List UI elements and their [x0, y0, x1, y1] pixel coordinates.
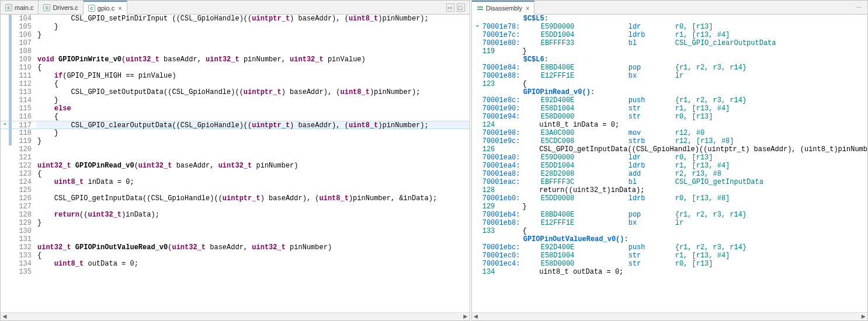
- toolbar-button[interactable]: ⋯: [855, 4, 863, 12]
- disasm-line[interactable]: 70001e98:E3A0C000movr12, #0: [472, 129, 867, 137]
- scroll-right-icon[interactable]: ►: [461, 313, 470, 320]
- close-icon[interactable]: ×: [118, 5, 121, 12]
- code-line[interactable]: 111 if(GPIO_PIN_HIGH == pinValue): [1, 72, 470, 80]
- code-line[interactable]: 113 CSL_GPIO_setOutputData((CSL_GpioHand…: [1, 88, 470, 96]
- code-line[interactable]: 118 }: [1, 129, 470, 137]
- code-line[interactable]: 122uint32_t GPIOPinRead_v0(uint32_t base…: [1, 162, 470, 170]
- line-number: 108: [12, 47, 36, 55]
- code-line[interactable]: 107: [1, 39, 470, 47]
- disasm-line[interactable]: 70001eb0:E5DD0008ldrbr0, [r13, #8]: [472, 194, 867, 203]
- disasm-line[interactable]: 119 }: [472, 47, 867, 55]
- disasm-line[interactable]: 70001ea4:E5DD1004ldrbr1, [r13, #4]: [472, 162, 867, 170]
- disasm-line[interactable]: 70001e80:EBFFFF33blCSL_GPIO_clearOutputD…: [472, 39, 867, 47]
- code-line[interactable]: 133{: [1, 252, 470, 260]
- code-line[interactable]: 128 return((uint32_t)inData);: [1, 211, 470, 219]
- code-line[interactable]: 106}: [1, 31, 470, 39]
- disasm-line[interactable]: 70001eac:EBFFFF3CblCSL_GPIO_getInputData: [472, 178, 867, 186]
- code-line[interactable]: 104 CSL_GPIO_setPinDirInput ((CSL_GpioHa…: [1, 15, 470, 23]
- disasm-line[interactable]: ➔70001e78:E59D0000ldrr0, [r13]: [472, 23, 867, 31]
- code-line[interactable]: 123{: [1, 170, 470, 178]
- disasm-line[interactable]: 70001ec0:E58D1004strr1, [r13, #4]: [472, 252, 867, 260]
- code-line[interactable]: 131: [1, 235, 470, 243]
- disassembly-view[interactable]: $C$L5:➔70001e78:E59D0000ldrr0, [r13]7000…: [472, 15, 867, 312]
- code-content: uint32_t GPIOPinOutValueRead_v0(uint32_t…: [36, 243, 470, 252]
- disasm-line[interactable]: 124 uint8_t inData = 0;: [472, 121, 867, 129]
- close-icon[interactable]: ×: [526, 5, 529, 12]
- code-line[interactable]: 127: [1, 203, 470, 211]
- disasm-line[interactable]: GPIOPinRead_v0():: [472, 88, 867, 96]
- marker-column: [1, 23, 9, 31]
- scroll-left-icon[interactable]: ◄: [472, 313, 480, 320]
- code-line[interactable]: 134 uint8_t outData = 0;: [1, 260, 470, 268]
- disasm-line[interactable]: 70001e84:E8BD400Epop{r1, r2, r3, r14}: [472, 64, 867, 72]
- disasm-line[interactable]: 70001e88:E12FFF1Ebxlr: [472, 72, 867, 80]
- disasm-line[interactable]: 70001ebc:E92D400Epush{r1, r2, r3, r14}: [472, 243, 867, 252]
- code-line[interactable]: 116 {: [1, 113, 470, 121]
- code-line[interactable]: 121: [1, 153, 470, 162]
- code-line[interactable]: 119}: [1, 137, 470, 145]
- code-content: [36, 47, 470, 55]
- disasm-line[interactable]: 70001e8c:E92D400Epush{r1, r2, r3, r14}: [472, 96, 867, 104]
- code-line[interactable]: 132uint32_t GPIOPinOutValueRead_v0(uint3…: [1, 243, 470, 252]
- disasm-line[interactable]: 70001ea8:E28D2008addr2, r13, #8: [472, 170, 867, 178]
- code-line[interactable]: 124 uint8_t inData = 0;: [1, 178, 470, 186]
- code-line[interactable]: 114 }: [1, 96, 470, 104]
- disasm-line[interactable]: 129 }: [472, 203, 867, 211]
- horizontal-scrollbar[interactable]: ◄ ►: [472, 312, 867, 320]
- code-line[interactable]: ➔117 CSL_GPIO_clearOutputData((CSL_GpioH…: [1, 121, 470, 129]
- marker-column: [472, 145, 482, 153]
- disasm-line[interactable]: 123 {: [472, 80, 867, 88]
- disasm-line[interactable]: 126 CSL_GPIO_getInputData((CSL_GpioHandl…: [472, 145, 867, 153]
- disasm-line[interactable]: 70001e94:E58D0000strr0, [r13]: [472, 113, 867, 121]
- code-line[interactable]: 112 {: [1, 80, 470, 88]
- line-number: 109: [12, 55, 36, 64]
- tab-Drivers-c[interactable]: cDrivers.c: [39, 1, 83, 14]
- code-line[interactable]: 125: [1, 186, 470, 194]
- editor-pane-controls: ▭ ▢: [446, 4, 470, 12]
- scroll-left-icon[interactable]: ◄: [1, 313, 9, 320]
- disasm-line[interactable]: 128 return((uint32_t)inData);: [472, 186, 867, 194]
- minimize-button[interactable]: ▭: [446, 4, 454, 12]
- asm-bytes: E5DD1004: [541, 31, 588, 39]
- tab-gpio-c[interactable]: cgpio.c×: [84, 1, 127, 15]
- disasm-line[interactable]: 70001ec4:E58D0000strr0, [r13]: [472, 260, 867, 268]
- asm-label: $C$L6:: [523, 55, 867, 64]
- tab-main-c[interactable]: cmain.c: [1, 1, 39, 14]
- code-line[interactable]: 135: [1, 268, 470, 276]
- disasm-line[interactable]: 70001ea0:E59D0000ldrr0, [r13]: [472, 153, 867, 162]
- code-line[interactable]: 129}: [1, 219, 470, 227]
- source-line: {: [506, 227, 867, 235]
- disasm-line[interactable]: 70001eb4:E8BD400Epop{r1, r2, r3, r14}: [472, 211, 867, 219]
- code-line[interactable]: 120: [1, 145, 470, 153]
- source-line-number: 128: [482, 186, 506, 194]
- code-line[interactable]: 115 else: [1, 104, 470, 113]
- line-number: 124: [12, 178, 36, 186]
- disasm-line[interactable]: $C$L6:: [472, 55, 867, 64]
- disasm-line[interactable]: 134 uint8_t outData = 0;: [472, 268, 867, 276]
- disasm-line[interactable]: 133 {: [472, 227, 867, 235]
- code-line[interactable]: 126 CSL_GPIO_getInputData((CSL_GpioHandl…: [1, 194, 470, 203]
- code-line[interactable]: 105 }: [1, 23, 470, 31]
- source-editor[interactable]: 104 CSL_GPIO_setPinDirInput ((CSL_GpioHa…: [1, 15, 470, 312]
- horizontal-scrollbar[interactable]: ◄ ►: [1, 312, 470, 320]
- code-line[interactable]: 108: [1, 47, 470, 55]
- asm-address: 70001ea0:: [482, 153, 523, 162]
- disasm-line[interactable]: $C$L5:: [472, 15, 867, 23]
- disasm-line[interactable]: 70001eb8:E12FFF1Ebxlr: [472, 219, 867, 227]
- marker-column: [1, 113, 9, 121]
- maximize-button[interactable]: ▢: [457, 4, 465, 12]
- code-line[interactable]: 130: [1, 227, 470, 235]
- disasm-line[interactable]: GPIOPinOutValueRead_v0():: [472, 235, 867, 243]
- scroll-right-icon[interactable]: ►: [859, 313, 867, 320]
- code-content: {: [36, 252, 470, 260]
- tab-disassembly[interactable]: Disassembly ×: [472, 1, 535, 15]
- disasm-line[interactable]: 70001e90:E58D1004strr1, [r13, #4]: [472, 104, 867, 113]
- tab-label: Drivers.c: [53, 4, 78, 11]
- marker-column: [472, 15, 482, 23]
- code-content: {: [36, 80, 470, 88]
- asm-bytes: E5CDC008: [541, 137, 588, 145]
- code-line[interactable]: 109void GPIOPinWrite_v0(uint32_t baseAdd…: [1, 55, 470, 64]
- code-line[interactable]: 110{: [1, 64, 470, 72]
- disasm-line[interactable]: 70001e9c:E5CDC008strbr12, [r13, #8]: [472, 137, 867, 145]
- disasm-line[interactable]: 70001e7c:E5DD1004ldrbr1, [r13, #4]: [472, 31, 867, 39]
